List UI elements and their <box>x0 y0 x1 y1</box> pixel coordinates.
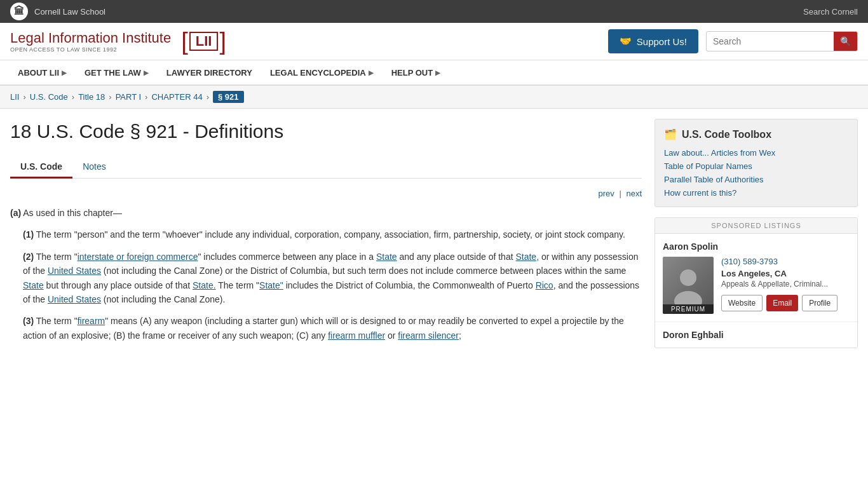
helpout-arrow-icon: ▶ <box>435 69 440 76</box>
toolbox-links: Law about... Articles from Wex Table of … <box>664 148 848 198</box>
link-us-1[interactable]: United States <box>48 266 101 276</box>
link-firearm[interactable]: firearm <box>78 316 105 326</box>
breadcrumb-current: § 921 <box>213 91 244 103</box>
breadcrumb-title18[interactable]: Title 18 <box>78 92 105 102</box>
toolbox-icon: 🗂️ <box>664 128 677 140</box>
law-arrow-icon: ▶ <box>144 69 149 76</box>
tab-uscode[interactable]: U.S. Code <box>10 156 72 179</box>
sub2-num: (2) <box>23 252 34 262</box>
sub1-num: (1) <box>23 229 34 240</box>
school-name: Cornell Law School <box>34 7 105 17</box>
attorney-photo-1: PREMIUM <box>663 257 714 314</box>
main-layout: 18 U.S. Code § 921 - Definitions U.S. Co… <box>0 109 868 360</box>
cornell-logo-icon: 🏛 <box>10 3 28 20</box>
content-tabs: U.S. Code Notes <box>10 156 642 179</box>
encyclopedia-arrow-icon: ▶ <box>369 69 374 76</box>
next-link[interactable]: next <box>626 189 642 198</box>
nav-lawyer-directory[interactable]: LAWYER DIRECTORY <box>159 62 260 84</box>
section-a-label: (a) <box>10 208 21 218</box>
top-bar: 🏛 Cornell Law School Search Cornell <box>0 0 868 23</box>
attorney-card-2: Doron Eghbali <box>655 322 857 348</box>
breadcrumb-sep-3: › <box>109 92 111 102</box>
attorney-city-1: Los Angeles, CA <box>721 269 850 278</box>
sub3-text: The term "firearm" means (A) any weapon … <box>23 316 624 340</box>
link-firearm-muffler[interactable]: firearm muffler <box>328 330 385 341</box>
logo-area: Legal Information Institute OPEN ACCESS … <box>10 29 226 53</box>
attorney-avatar-icon <box>672 266 704 304</box>
nav-legal-encyclopedia[interactable]: LEGAL ENCYCLOPEDIA ▶ <box>262 62 381 84</box>
link-interstate-commerce[interactable]: interstate or foreign commerce <box>78 252 198 262</box>
main-content: 18 U.S. Code § 921 - Definitions U.S. Co… <box>10 119 642 350</box>
link-state-1[interactable]: State <box>376 252 397 262</box>
toolbox-link-wex[interactable]: Law about... Articles from Wex <box>664 148 848 158</box>
lii-bracket-text: LII <box>189 32 219 51</box>
sidebar: 🗂️ U.S. Code Toolbox Law about... Articl… <box>654 119 858 350</box>
breadcrumb-sep-4: › <box>145 92 147 102</box>
link-state-def[interactable]: State" <box>259 280 283 290</box>
attorney-email-btn[interactable]: Email <box>766 295 798 311</box>
toolbox-link-popular-names[interactable]: Table of Popular Names <box>664 161 848 171</box>
site-header: Legal Information Institute OPEN ACCESS … <box>0 23 868 60</box>
attorney-phone-1: (310) 589-3793 <box>721 257 850 266</box>
breadcrumb: LII › U.S. Code › Title 18 › PART I › CH… <box>0 86 868 109</box>
prev-next-nav: prev | next <box>10 189 642 198</box>
svg-point-0 <box>680 269 696 286</box>
prevnext-sep: | <box>619 189 623 198</box>
nav-get-the-law[interactable]: GET THE LAW ▶ <box>77 62 156 84</box>
breadcrumb-chapter44[interactable]: CHAPTER 44 <box>151 92 202 102</box>
attorney-body-1: PREMIUM (310) 589-3793 Los Angeles, CA A… <box>663 257 850 314</box>
toolbox: 🗂️ U.S. Code Toolbox Law about... Articl… <box>654 119 858 207</box>
search-box: 🔍 <box>706 31 858 51</box>
svg-point-1 <box>674 291 702 304</box>
link-state-4[interactable]: State. <box>193 280 216 290</box>
section-a-intro: As used in this chapter— <box>23 208 122 218</box>
prev-link[interactable]: prev <box>599 189 614 198</box>
breadcrumb-part1[interactable]: PART I <box>116 92 141 102</box>
header-right: 🤝 Support Us! 🔍 <box>608 29 858 53</box>
link-us-2[interactable]: United States <box>48 294 101 304</box>
search-button[interactable]: 🔍 <box>834 32 857 51</box>
toolbox-link-parallel[interactable]: Parallel Table of Authorities <box>664 175 848 184</box>
subsection-3: (3) The term "firearm" means (A) any wea… <box>23 314 642 342</box>
main-navigation: ABOUT LII ▶ GET THE LAW ▶ LAWYER DIRECTO… <box>0 60 868 86</box>
toolbox-link-current[interactable]: How current is this? <box>664 188 848 198</box>
lii-bracket-logo: [ LII ] <box>181 29 226 53</box>
support-icon: 🤝 <box>620 36 632 47</box>
support-label: Support Us! <box>637 36 687 47</box>
attorney-info-1: (310) 589-3793 Los Angeles, CA Appeals &… <box>721 257 850 314</box>
legal-text: (a) As used in this chapter— (1) The ter… <box>10 206 642 342</box>
top-bar-left: 🏛 Cornell Law School <box>10 3 105 20</box>
sub2-text: The term "interstate or foreign commerce… <box>23 252 639 304</box>
breadcrumb-sep-5: › <box>207 92 209 102</box>
link-state-2[interactable]: State, <box>515 252 539 262</box>
tab-notes[interactable]: Notes <box>72 156 116 179</box>
breadcrumb-uscode[interactable]: U.S. Code <box>30 92 68 102</box>
lii-name: Legal Information Institute <box>10 30 171 46</box>
sponsored-listings: SPONSORED LISTINGS Aaron Spolin PREMIUM <box>654 217 858 348</box>
about-arrow-icon: ▶ <box>62 69 67 76</box>
search-input[interactable] <box>707 32 834 50</box>
nav-help-out[interactable]: HELP OUT ▶ <box>384 62 449 84</box>
page-title: 18 U.S. Code § 921 - Definitions <box>10 119 642 144</box>
link-rico[interactable]: Rico <box>536 280 553 290</box>
search-cornell-link[interactable]: Search Cornell <box>803 7 858 17</box>
attorney-card-1: Aaron Spolin PREMIUM (310) 589-3793 <box>655 234 857 322</box>
attorney-profile-btn[interactable]: Profile <box>802 295 837 311</box>
toolbox-title-text: U.S. Code Toolbox <box>682 129 771 140</box>
breadcrumb-sep-1: › <box>23 92 25 102</box>
nav-about-lii[interactable]: ABOUT LII ▶ <box>10 62 74 84</box>
lii-tagline: OPEN ACCESS TO LAW SINCE 1992 <box>10 46 171 53</box>
toolbox-title: 🗂️ U.S. Code Toolbox <box>664 128 848 140</box>
breadcrumb-lii[interactable]: LII <box>10 92 19 102</box>
lii-logo[interactable]: Legal Information Institute OPEN ACCESS … <box>10 30 171 53</box>
attorney-website-btn[interactable]: Website <box>721 295 763 311</box>
attorney-practice-1: Appeals & Appellate, Criminal... <box>721 280 850 288</box>
link-state-3[interactable]: State <box>23 280 44 290</box>
sub1-text: The term "person" and the term "whoever"… <box>36 229 625 240</box>
attorney-name-2: Doron Eghbali <box>663 330 850 340</box>
section-a-header: (a) As used in this chapter— <box>10 206 642 220</box>
subsection-2: (2) The term "interstate or foreign comm… <box>23 250 642 307</box>
link-firearm-silencer[interactable]: firearm silencer <box>398 330 459 341</box>
support-button[interactable]: 🤝 Support Us! <box>608 29 698 53</box>
breadcrumb-sep-2: › <box>72 92 74 102</box>
